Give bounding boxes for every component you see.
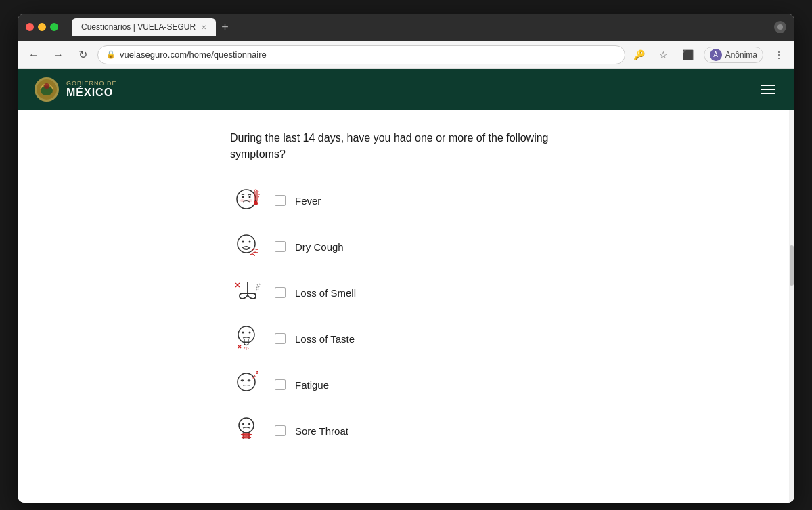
active-tab[interactable]: Cuestionarios | VUELA-SEGUR ✕ (72, 18, 216, 36)
svg-point-33 (242, 423, 244, 425)
svg-point-6 (242, 196, 244, 198)
profile-chip[interactable]: A Anônima (704, 47, 763, 63)
symptom-item-loss-of-smell: Loss of Smell (230, 271, 582, 314)
fatigue-icon: z z z (230, 367, 265, 402)
svg-point-14 (242, 241, 244, 243)
svg-point-32 (239, 418, 254, 433)
hamburger-button[interactable] (758, 82, 778, 97)
logo-subtitle: GOBIERNO DE (66, 80, 117, 87)
gobierno-emblem (34, 77, 60, 102)
back-button[interactable]: ← (24, 45, 43, 64)
sore-throat-label: Sore Throat (295, 425, 348, 437)
fever-checkbox[interactable] (275, 195, 286, 206)
url-text: vuelaseguro.com/home/questionnaire (120, 49, 616, 60)
fever-icon (230, 183, 265, 218)
avatar: A (710, 49, 722, 61)
hamburger-line-3 (761, 93, 775, 94)
cast-icon[interactable]: ⬛ (679, 46, 697, 64)
logo-text: GOBIERNO DE MÉXICO (66, 80, 117, 99)
site-header: GOBIERNO DE MÉXICO (18, 69, 794, 110)
sore-throat-checkbox[interactable] (275, 425, 286, 436)
symptom-item-fever: Fever (230, 179, 582, 222)
svg-point-0 (777, 24, 783, 30)
svg-point-12 (248, 199, 252, 202)
question-text: During the last 14 days, have you had on… (230, 130, 582, 163)
svg-point-17 (256, 249, 258, 250)
lock-icon: 🔒 (106, 50, 116, 59)
new-tab-button[interactable]: + (219, 20, 231, 35)
address-bar-row: ← → ↻ 🔒 vuelaseguro.com/home/questionnai… (18, 41, 794, 69)
symptom-item-sore-throat: Sore Throat (230, 409, 582, 452)
svg-point-7 (249, 196, 251, 198)
svg-text:z: z (256, 370, 258, 375)
loss-of-taste-label: Loss of Taste (295, 333, 355, 345)
fatigue-label: Fatigue (295, 379, 329, 391)
loss-of-smell-checkbox[interactable] (275, 287, 286, 298)
symptom-item-loss-of-taste: Loss of Taste (230, 317, 582, 360)
maximize-traffic-light[interactable] (50, 23, 58, 31)
hamburger-line-2 (761, 89, 775, 90)
svg-point-15 (249, 241, 251, 243)
star-icon[interactable]: ☆ (655, 46, 673, 64)
minimize-traffic-light[interactable] (38, 23, 46, 31)
symptom-item-dry-cough: Dry Cough (230, 225, 582, 268)
profile-label: Anônima (725, 50, 757, 60)
tab-close-icon[interactable]: ✕ (201, 24, 206, 31)
browser-titlebar: Cuestionarios | VUELA-SEGUR ✕ + (18, 14, 794, 41)
svg-point-23 (242, 332, 244, 334)
forward-button[interactable]: → (49, 45, 68, 64)
close-traffic-light[interactable] (26, 23, 34, 31)
key-icon[interactable]: 🔑 (631, 46, 648, 64)
questionnaire-container: During the last 14 days, have you had on… (203, 130, 609, 452)
svg-point-11 (240, 199, 244, 202)
svg-point-19 (254, 255, 255, 256)
svg-point-34 (248, 423, 250, 425)
fever-label: Fever (295, 195, 321, 207)
svg-point-5 (237, 190, 256, 209)
logo-title: MÉXICO (66, 87, 117, 99)
symptom-list: Fever (230, 179, 582, 452)
browser-window: Cuestionarios | VUELA-SEGUR ✕ + ← → ↻ 🔒 … (18, 14, 794, 503)
dry-cough-label: Dry Cough (295, 241, 344, 253)
tab-bar: Cuestionarios | VUELA-SEGUR ✕ + (72, 18, 769, 36)
extension-icon (774, 21, 786, 33)
dry-cough-checkbox[interactable] (275, 241, 286, 252)
dry-cough-icon (230, 229, 265, 264)
fatigue-checkbox[interactable] (275, 379, 286, 390)
loss-of-smell-label: Loss of Smell (295, 287, 356, 299)
loss-of-taste-icon (230, 321, 265, 356)
loss-of-smell-icon (230, 275, 265, 310)
site-content: GOBIERNO DE MÉXICO During the last 14 da… (18, 69, 794, 503)
scrollbar-thumb[interactable] (790, 245, 794, 286)
svg-point-22 (238, 326, 254, 343)
svg-rect-10 (256, 191, 256, 200)
main-content: During the last 14 days, have you had on… (18, 110, 794, 503)
tab-title: Cuestionarios | VUELA-SEGUR (81, 22, 196, 32)
address-bar[interactable]: 🔒 vuelaseguro.com/home/questionnaire (97, 45, 625, 64)
refresh-button[interactable]: ↻ (73, 45, 92, 64)
svg-point-4 (44, 83, 49, 89)
loss-of-taste-checkbox[interactable] (275, 333, 286, 344)
browser-icons: 🔑 ☆ ⬛ A Anônima ⋮ (631, 46, 788, 64)
svg-point-18 (256, 252, 258, 253)
scrollbar[interactable] (789, 110, 794, 503)
hamburger-line-1 (761, 85, 775, 86)
more-options-button[interactable]: ⋮ (770, 46, 788, 64)
traffic-lights (26, 23, 58, 31)
svg-point-24 (249, 332, 251, 334)
symptom-item-fatigue: z z z Fatigue (230, 363, 582, 406)
sore-throat-icon (230, 413, 265, 448)
svg-point-9 (254, 201, 258, 205)
logo-area: GOBIERNO DE MÉXICO (34, 77, 117, 102)
